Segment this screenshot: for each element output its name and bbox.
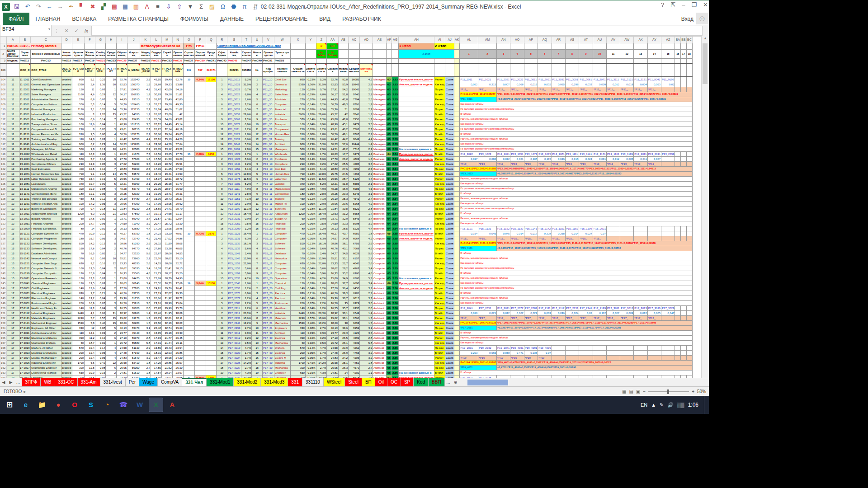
cell[interactable] <box>399 137 434 142</box>
cell[interactable]: Managem <box>373 132 387 137</box>
cell[interactable]: P15_1131 <box>227 236 241 241</box>
cell[interactable]: 0,5% <box>241 341 252 346</box>
cell[interactable] <box>454 301 460 306</box>
cell[interactable]: 26,9 <box>338 351 348 356</box>
cell[interactable]: 33,3 <box>338 221 348 226</box>
cell[interactable]: P17_2081 <box>227 301 241 306</box>
cell[interactable] <box>183 162 194 167</box>
cell[interactable] <box>399 142 434 147</box>
cell[interactable] <box>183 306 194 311</box>
cell[interactable]: P15_1121 <box>227 231 241 236</box>
cell[interactable]: Проведем анализ, расчет <box>399 231 434 236</box>
cell[interactable]: Расчет <box>434 137 445 142</box>
cell[interactable]: 42,09 <box>161 87 172 92</box>
cell[interactable] <box>454 87 460 92</box>
cell[interactable]: 18,7 <box>85 341 95 346</box>
cell[interactable]: 57,6 <box>338 142 348 147</box>
cell[interactable]: P15_1141 <box>227 251 241 256</box>
row-header[interactable]: 162 <box>0 366 7 371</box>
cell[interactable]: 35,80 <box>117 276 127 281</box>
cell[interactable]: detailed <box>61 286 72 291</box>
cell[interactable]: 4699 <box>348 336 359 341</box>
cell[interactable]: 0,03% <box>305 276 316 281</box>
cell[interactable] <box>675 236 681 241</box>
cell[interactable]: 66 <box>386 281 392 286</box>
cell[interactable]: 17 <box>7 306 19 311</box>
cell[interactable]: 170 <box>72 271 84 276</box>
cell[interactable]: 15 <box>7 231 19 236</box>
cell[interactable]: 2.66 <box>392 346 399 351</box>
cell[interactable]: 31,74 <box>151 107 162 112</box>
cell[interactable] <box>206 236 217 241</box>
cell[interactable]: 20,47 <box>151 221 162 226</box>
cell[interactable]: 0,011 <box>634 157 647 162</box>
cell[interactable]: 29,31 <box>172 192 183 197</box>
cell[interactable] <box>675 346 681 351</box>
cell[interactable]: 13 <box>7 202 19 206</box>
cell[interactable]: 8 <box>106 197 117 202</box>
cell[interactable] <box>183 202 194 206</box>
cell[interactable] <box>195 177 206 182</box>
cell[interactable]: 45,88 <box>117 117 127 122</box>
cell[interactable]: 13-1023 <box>19 157 31 162</box>
cell[interactable]: 36,50 <box>117 301 127 306</box>
cell[interactable]: Соотв <box>445 206 454 211</box>
cell[interactable]: Как видно из таблицы <box>460 182 693 187</box>
cell[interactable]: 10444 <box>348 142 359 147</box>
cell[interactable]: 2.64 <box>392 206 399 211</box>
cell[interactable]: 1700 <box>72 361 84 366</box>
cell[interactable]: 13-1161 <box>19 202 31 206</box>
cell[interactable]: 210 <box>72 162 84 167</box>
cell[interactable] <box>454 256 460 261</box>
cell[interactable]: 9,7 <box>85 291 95 296</box>
cell[interactable]: 0,068 <box>510 82 524 87</box>
cell[interactable]: Managem <box>373 87 387 92</box>
cell[interactable]: 320 <box>72 187 84 192</box>
cell[interactable]: *P19_ <box>497 356 510 361</box>
cell[interactable]: Как видно из таблицы <box>460 102 693 107</box>
cell[interactable] <box>454 221 460 226</box>
cell[interactable]: 110 <box>72 137 84 142</box>
cell[interactable] <box>195 197 206 202</box>
cell[interactable]: 13-1051 <box>19 167 31 172</box>
cell[interactable]: P17_20 <box>262 301 274 306</box>
cell[interactable]: 18,4% <box>241 211 252 216</box>
cell[interactable]: 35 <box>106 112 117 117</box>
cell[interactable]: 0,08 <box>95 366 106 371</box>
cell[interactable]: 2,4 <box>360 197 373 202</box>
cell[interactable]: 10 <box>217 326 227 331</box>
cell[interactable]: P17_2041 <box>227 281 241 286</box>
cell[interactable] <box>206 251 217 256</box>
cell[interactable]: P17_30 <box>262 366 274 371</box>
row-header[interactable]: 148 <box>0 296 7 301</box>
cell[interactable]: 0,338 <box>538 231 552 236</box>
cell[interactable]: Соотв <box>445 211 454 216</box>
cell[interactable] <box>681 311 687 316</box>
cell[interactable]: 38,7 <box>338 296 348 301</box>
cell[interactable]: 1 Этап <box>399 43 434 50</box>
cell[interactable]: По рас <box>434 326 445 331</box>
cell[interactable]: Computer User Supp <box>31 261 61 266</box>
cell[interactable]: 2 <box>217 157 227 162</box>
cell[interactable]: 0,047 <box>661 311 675 316</box>
cell[interactable]: 750 <box>291 177 306 182</box>
cell[interactable]: 95430 <box>127 117 140 122</box>
cell[interactable]: 40,05 <box>172 246 183 251</box>
cell[interactable]: 20,3% <box>316 311 327 316</box>
cell[interactable] <box>206 366 217 371</box>
cell[interactable]: Трансп орт и <box>274 50 290 59</box>
cell[interactable] <box>399 366 434 371</box>
cell[interactable]: 1,5 <box>140 321 151 326</box>
cell[interactable]: 18 <box>686 50 692 59</box>
cell[interactable]: 26,95 <box>327 366 338 371</box>
cell[interactable]: *P11_1021^0,31505*P11_2021^0,00701*P11_2… <box>497 92 693 97</box>
cell[interactable]: *P15_ <box>593 236 606 241</box>
cell[interactable]: 63 <box>386 127 392 132</box>
cell[interactable]: 0,03 <box>95 152 106 157</box>
cell[interactable]: 13-1199 <box>19 206 31 211</box>
cell[interactable]: 33,20 <box>161 231 172 236</box>
cell[interactable] <box>675 316 681 321</box>
cell[interactable]: 17-3012 <box>19 336 31 341</box>
cell[interactable] <box>305 59 316 64</box>
cell[interactable]: 30,25 <box>117 192 127 197</box>
